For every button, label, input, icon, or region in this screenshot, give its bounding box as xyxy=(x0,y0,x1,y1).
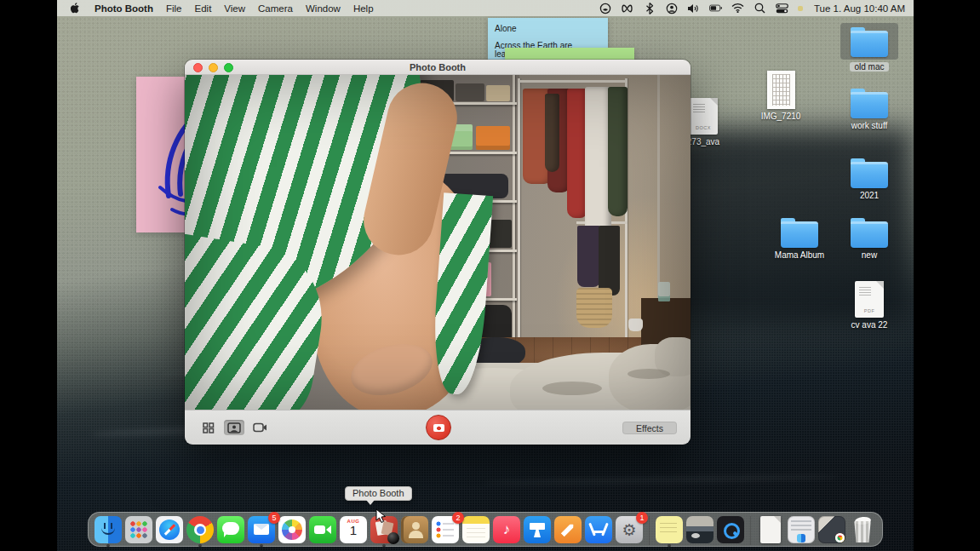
apple-menu[interactable] xyxy=(71,2,82,14)
dock-document-icon[interactable] xyxy=(757,516,784,543)
icon-label: IMG_7210 xyxy=(761,112,801,121)
user-account-icon[interactable] xyxy=(665,2,678,14)
status-app-icon[interactable] xyxy=(599,2,611,14)
window-title: Photo Booth xyxy=(410,62,466,72)
icon-label: 2021 xyxy=(860,191,879,200)
window-titlebar[interactable]: Photo Booth xyxy=(185,60,691,75)
camera-preview xyxy=(185,75,691,410)
photo-mode-button[interactable] xyxy=(224,420,244,435)
pdf-file-icon: PDF xyxy=(855,281,884,318)
dock-app-store-icon[interactable] xyxy=(585,516,612,543)
battery-icon[interactable] xyxy=(709,2,722,14)
running-indicator xyxy=(106,544,110,548)
running-indicator xyxy=(668,544,671,548)
dock-finder-icon[interactable] xyxy=(95,516,122,543)
running-indicator xyxy=(260,544,263,548)
dock-tooltip: Photo Booth xyxy=(345,486,412,501)
minimize-button[interactable] xyxy=(209,63,218,72)
icon-label: Mama Album xyxy=(775,250,824,260)
dock-facetime-icon[interactable] xyxy=(309,516,336,543)
dock-minimized-finder-window[interactable] xyxy=(788,516,815,543)
image-file-icon xyxy=(767,71,795,109)
spotlight-search-icon[interactable] xyxy=(754,2,766,14)
folder-icon xyxy=(851,92,888,118)
dock-pages-icon[interactable] xyxy=(554,516,582,543)
desktop-icon-mama-album[interactable]: Mama Album xyxy=(764,216,835,260)
camera-icon xyxy=(433,424,444,432)
desktop: Alone Across the Earth are leading ma ol… xyxy=(57,0,914,551)
dock-trash-icon[interactable] xyxy=(849,516,876,543)
recording-indicator-dot xyxy=(798,6,803,11)
dock-photo-thumbnail-icon[interactable] xyxy=(686,516,714,543)
running-indicator xyxy=(198,544,202,548)
control-center-icon[interactable] xyxy=(776,2,788,14)
wifi-icon[interactable] xyxy=(731,2,744,14)
dock-calendar-icon[interactable]: AUG1 xyxy=(340,516,367,543)
desktop-icon-img-7210[interactable]: IMG_7210 xyxy=(745,71,817,121)
photo-booth-window: Photo Booth xyxy=(185,60,691,445)
dock-photos-icon[interactable] xyxy=(278,516,306,543)
file-type-label: PDF xyxy=(855,308,884,313)
video-mode-button[interactable] xyxy=(249,420,270,435)
dock-keynote-icon[interactable] xyxy=(524,516,551,543)
music-note-glyph: ♪ xyxy=(503,521,511,538)
dock-separator xyxy=(649,516,650,545)
dock-quicktime-icon[interactable] xyxy=(717,516,744,543)
take-photo-button[interactable] xyxy=(426,415,451,440)
dock-mail-icon[interactable]: 5 xyxy=(248,516,275,543)
dock-stickies-icon[interactable] xyxy=(656,516,683,543)
desktop-icon-work-stuff[interactable]: work stuff xyxy=(834,87,905,130)
folder-icon xyxy=(851,221,888,248)
menu-camera[interactable]: Camera xyxy=(258,3,293,14)
file-type-label: DOCX xyxy=(689,125,718,130)
dock-minimized-browser-window[interactable] xyxy=(818,516,845,543)
dock-launchpad-icon[interactable] xyxy=(125,516,152,543)
mail-badge: 5 xyxy=(268,512,280,524)
meta-infinity-icon[interactable] xyxy=(621,2,633,14)
menu-view[interactable]: View xyxy=(224,3,245,14)
settings-badge: 1 xyxy=(636,512,648,524)
four-up-mode-button[interactable] xyxy=(198,420,219,435)
photo-booth-toolbar: Effects xyxy=(185,410,691,445)
folder-icon xyxy=(781,221,818,248)
menu-bar: Photo Booth File Edit View Camera Window… xyxy=(57,0,914,16)
bluetooth-icon[interactable] xyxy=(643,2,656,14)
icon-label: 273_ava xyxy=(687,137,719,146)
dock-messages-icon[interactable] xyxy=(217,516,244,543)
running-indicator xyxy=(382,544,386,548)
dock-chrome-icon[interactable] xyxy=(186,516,214,543)
dock-reminders-icon[interactable]: 2 xyxy=(432,516,459,543)
dock-contacts-icon[interactable] xyxy=(401,516,428,543)
icon-label: work stuff xyxy=(851,121,888,130)
zoom-button[interactable] xyxy=(224,63,233,72)
effects-button[interactable]: Effects xyxy=(622,422,677,434)
icon-label: new xyxy=(862,250,877,260)
icon-label: cv ava 22 xyxy=(851,320,888,330)
dock-music-icon[interactable]: ♪ xyxy=(493,516,520,543)
folder-icon xyxy=(851,31,888,57)
desktop-icon-old-mac[interactable]: old mac xyxy=(834,23,905,72)
dock: 5 AUG1 2 ♪ ⚙1 xyxy=(88,512,883,547)
menu-help[interactable]: Help xyxy=(353,3,374,14)
dock-system-preferences-icon[interactable]: ⚙1 xyxy=(616,516,643,543)
menu-bar-clock[interactable]: Tue 1. Aug 10:40 AM xyxy=(814,3,905,14)
close-button[interactable] xyxy=(193,63,203,72)
app-menu-photo-booth[interactable]: Photo Booth xyxy=(95,3,153,14)
volume-icon[interactable] xyxy=(687,2,700,14)
icon-label: old mac xyxy=(850,62,888,72)
reminders-badge: 2 xyxy=(452,512,464,524)
desktop-icon-cv-ava-22[interactable]: PDF cv ava 22 xyxy=(834,281,905,330)
docx-file-icon: DOCX xyxy=(689,98,718,135)
dock-notes-icon[interactable] xyxy=(462,516,490,543)
calendar-day: 1 xyxy=(350,524,357,537)
mouse-cursor xyxy=(375,508,387,527)
desktop-icon-new[interactable]: new xyxy=(834,216,905,260)
dock-separator xyxy=(750,516,751,545)
menu-window[interactable]: Window xyxy=(306,3,341,14)
gear-glyph: ⚙ xyxy=(622,520,636,540)
desktop-icon-2021[interactable]: 2021 xyxy=(834,157,905,200)
dock-safari-icon[interactable] xyxy=(156,516,183,543)
folder-icon xyxy=(851,162,888,188)
menu-file[interactable]: File xyxy=(166,3,182,14)
menu-edit[interactable]: Edit xyxy=(195,3,212,14)
